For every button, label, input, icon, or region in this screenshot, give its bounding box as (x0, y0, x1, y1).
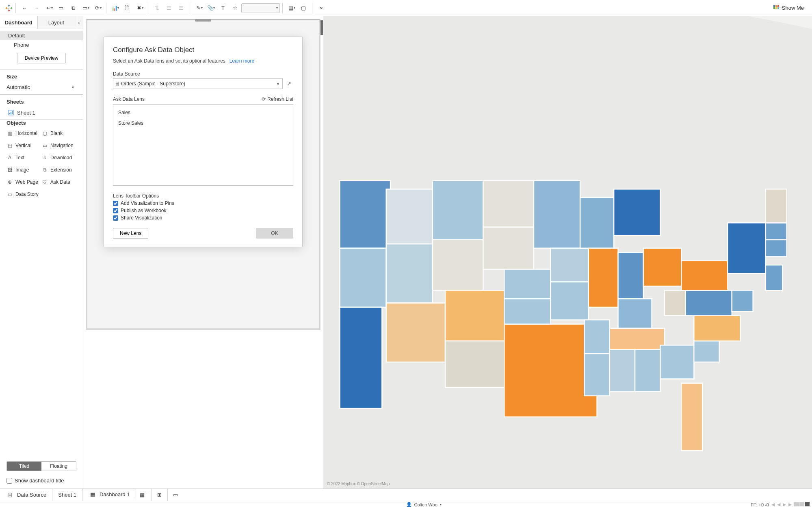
duplicate-button[interactable]: ⿻ (121, 2, 133, 14)
svg-rect-17 (9, 113, 10, 114)
dashboard-canvas[interactable]: ✕ ▾ Configure Ask Data Object Select an … (86, 19, 320, 330)
external-link-icon[interactable]: ↗ (287, 80, 293, 87)
back-button[interactable]: ← (18, 2, 30, 14)
device-preview-button[interactable]: Device Preview (17, 53, 66, 63)
obj-askdata[interactable]: 🗨︎Ask Data (41, 177, 76, 187)
new-worksheet-tab[interactable]: ▦⁺ (136, 489, 152, 501)
size-select[interactable]: Automatic ▾ (6, 82, 76, 93)
svg-rect-36 (534, 181, 580, 248)
new-lens-button[interactable]: New Lens (113, 228, 148, 239)
swap-button[interactable]: ⇅ (151, 2, 163, 14)
new-datasource-button[interactable]: ⧉ (67, 2, 79, 14)
data-source-select[interactable]: ⌸ Orders (Sample - Superstore) (113, 78, 283, 89)
svg-rect-12 (777, 5, 779, 7)
obj-text-label: Text (15, 155, 24, 161)
svg-rect-40 (589, 248, 618, 307)
device-default[interactable]: Default (0, 31, 83, 40)
show-title-label: Show dashboard title (15, 478, 64, 484)
svg-rect-31 (504, 324, 597, 417)
obj-webpage-label: Web Page (15, 179, 38, 185)
attachment-button[interactable]: 📎▾ (205, 2, 217, 14)
svg-rect-10 (773, 5, 775, 7)
forward-button[interactable]: → (30, 2, 43, 14)
share-icon[interactable]: ∝ (315, 2, 327, 14)
pause-button[interactable]: ▭▾ (79, 2, 91, 14)
refresh-button[interactable]: ⟳▾ (91, 2, 104, 14)
view-mode-toggle[interactable] (794, 502, 810, 507)
collapse-panel-button[interactable]: ‹ (75, 16, 83, 29)
obj-datastory[interactable]: ▭Data Story (6, 189, 41, 199)
toggle-tiled[interactable]: Tiled (7, 462, 41, 471)
new-dashboard-tab[interactable]: ⊞ (152, 489, 168, 501)
obj-extension[interactable]: ⧉Extension (41, 165, 76, 175)
svg-rect-11 (775, 5, 777, 7)
svg-rect-58 (766, 265, 783, 290)
user-icon: 👤 (406, 502, 412, 507)
tableau-logo (5, 4, 13, 12)
tab-dashboard1[interactable]: ▦ Dashboard 1 (82, 489, 136, 501)
obj-navigation[interactable]: ▭Navigation (41, 141, 76, 150)
lens-item[interactable]: Store Sales (113, 118, 293, 128)
star-button[interactable]: ☆ (229, 2, 241, 14)
svg-rect-62 (732, 290, 753, 311)
obj-blank[interactable]: ▢Blank (41, 128, 76, 138)
presentation-button[interactable]: ▢ (297, 2, 310, 14)
opt-pins-checkbox[interactable] (113, 201, 118, 206)
ds-label: Data Source (113, 71, 293, 77)
objects-title: Objects (6, 120, 76, 126)
user-menu[interactable]: 👤 Colten Woo ▾ (406, 502, 442, 507)
device-phone[interactable]: Phone (0, 40, 83, 50)
highlight-button[interactable]: ✎▾ (193, 2, 205, 14)
opt-workbook-checkbox[interactable] (113, 208, 118, 213)
toggle-floating[interactable]: Floating (41, 462, 76, 471)
text-button[interactable]: T (217, 2, 229, 14)
svg-rect-47 (585, 354, 610, 396)
new-worksheet-button[interactable]: 📊▾ (109, 2, 121, 14)
map-view[interactable]: Profit -25,729 76,381 Canada United Stat… (323, 16, 812, 488)
show-me-button[interactable]: Show Me (767, 5, 810, 11)
svg-rect-21 (340, 181, 391, 248)
data-source-value: Orders (Sample - Superstore) (121, 81, 185, 87)
obj-horizontal[interactable]: ▥Horizontal (6, 128, 41, 138)
opt-share-checkbox[interactable] (113, 215, 118, 221)
sheets-title: Sheets (6, 99, 76, 105)
obj-text[interactable]: AText (6, 153, 41, 163)
tab-dashboard[interactable]: Dashboard (0, 16, 37, 29)
obj-vertical[interactable]: ▤Vertical (6, 141, 41, 150)
new-story-tab[interactable]: ▭ (168, 489, 183, 501)
user-name: Colten Woo (414, 502, 437, 507)
lens-label: Ask Data Lens (113, 96, 145, 102)
cylinder-icon: ⌸ (6, 492, 15, 498)
svg-rect-52 (694, 341, 719, 362)
tab-data-source[interactable]: ⌸ Data Source (0, 489, 52, 501)
opt-pins-label: Add Visualization to Pins (121, 200, 174, 206)
obj-webpage[interactable]: ⊕Web Page (6, 177, 41, 187)
clear-button[interactable]: ✖︎▾ (133, 2, 145, 14)
svg-rect-30 (445, 341, 504, 387)
save-button[interactable]: ▭ (55, 2, 67, 14)
sort-desc-button[interactable]: ☰ (175, 2, 187, 14)
refresh-list-button[interactable]: ⟳ Refresh List (262, 96, 293, 102)
ask-data-dialog: Configure Ask Data Object Select an Ask … (104, 37, 303, 247)
obj-extension-label: Extension (50, 167, 72, 173)
obj-image[interactable]: 🖼︎Image (6, 165, 41, 175)
learn-more-link[interactable]: Learn more (230, 58, 254, 64)
tab-sheet1[interactable]: Sheet 1 (52, 489, 82, 501)
sort-asc-button[interactable]: ☰ (163, 2, 175, 14)
fit-button[interactable]: ▤▾ (285, 2, 297, 14)
show-title-checkbox[interactable] (6, 478, 12, 484)
svg-rect-50 (660, 345, 694, 379)
obj-download[interactable]: ⇩Download (41, 153, 76, 163)
options-title: Lens Toolbar Options (113, 193, 293, 199)
svg-rect-51 (681, 383, 702, 451)
refresh-icon: ⟳ (262, 96, 266, 102)
sheet-item[interactable]: Sheet 1 (6, 107, 76, 118)
ok-button[interactable]: OK (256, 228, 293, 239)
tab-layout[interactable]: Layout (37, 16, 75, 29)
svg-rect-56 (681, 261, 728, 291)
lens-item[interactable]: Sales (113, 107, 293, 118)
toolbar-combo[interactable]: ▾ (241, 3, 280, 13)
show-me-icon (773, 5, 780, 11)
undo-redo-button[interactable]: ↩︎▾ (43, 2, 55, 14)
obj-datastory-label: Data Story (15, 191, 39, 197)
